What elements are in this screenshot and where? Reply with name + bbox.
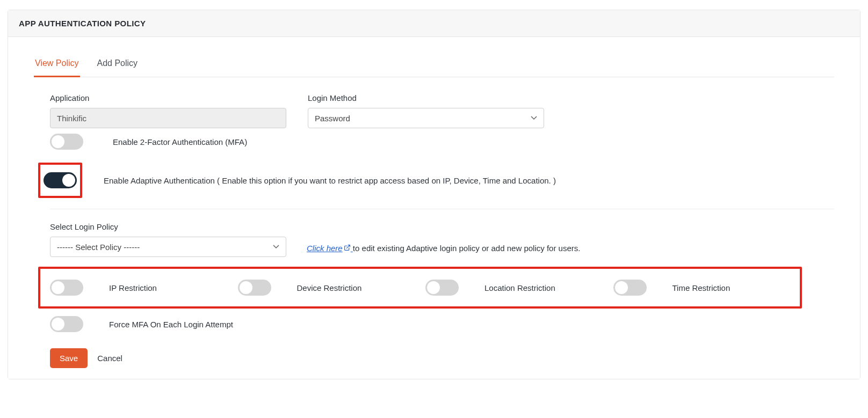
- ip-restriction-label: IP Restriction: [109, 283, 157, 292]
- application-label: Application: [50, 93, 286, 102]
- select-policy-label: Select Login Policy: [50, 222, 286, 231]
- tab-add-policy[interactable]: Add Policy: [96, 53, 139, 77]
- mfa-toggle[interactable]: [50, 134, 83, 150]
- force-mfa-label: Force MFA On Each Login Attempt: [109, 320, 233, 329]
- adaptive-label: Enable Adaptive Authentication ( Enable …: [104, 176, 556, 185]
- panel-title: APP AUTHENTICATION POLICY: [8, 10, 860, 37]
- application-group: Application: [50, 93, 286, 128]
- auth-policy-panel: APP AUTHENTICATION POLICY View Policy Ad…: [8, 10, 860, 379]
- force-mfa-row: Force MFA On Each Login Attempt: [50, 316, 834, 332]
- ip-restriction-item: IP Restriction: [45, 280, 233, 296]
- mfa-row: Enable 2-Factor Authentication (MFA): [50, 134, 834, 150]
- login-method-label: Login Method: [308, 93, 544, 102]
- toggle-knob-icon: [427, 281, 440, 294]
- location-restriction-toggle[interactable]: [425, 280, 459, 296]
- toggle-knob-icon: [240, 281, 252, 294]
- select-policy-select[interactable]: ------ Select Policy ------: [50, 237, 286, 257]
- restrictions-highlight: IP Restriction Device Restriction Locati…: [38, 267, 802, 309]
- click-here-suffix: to edit existing Adaptive login policy o…: [353, 244, 581, 253]
- app-login-row: Application Login Method Password: [50, 93, 834, 128]
- click-here-text: Click here: [307, 244, 343, 253]
- external-link-icon: [344, 244, 351, 253]
- mfa-label: Enable 2-Factor Authentication (MFA): [113, 137, 247, 146]
- toggle-knob-icon: [52, 318, 64, 331]
- application-input: [50, 108, 286, 128]
- device-restriction-label: Device Restriction: [297, 283, 362, 292]
- location-restriction-item: Location Restriction: [420, 280, 608, 296]
- toggle-knob-icon: [52, 135, 64, 148]
- time-restriction-label: Time Restriction: [672, 283, 730, 292]
- location-restriction-label: Location Restriction: [484, 283, 555, 292]
- force-mfa-toggle[interactable]: [50, 316, 83, 332]
- cancel-button[interactable]: Cancel: [97, 354, 122, 363]
- tab-view-policy[interactable]: View Policy: [34, 53, 80, 77]
- toggle-knob-icon: [52, 281, 64, 294]
- login-method-select[interactable]: Password: [308, 108, 544, 128]
- save-button[interactable]: Save: [50, 348, 88, 368]
- toggle-knob-icon: [62, 174, 75, 187]
- ip-restriction-toggle[interactable]: [50, 280, 83, 296]
- time-restriction-toggle[interactable]: [613, 280, 647, 296]
- adaptive-highlight: [38, 163, 82, 198]
- device-restriction-toggle[interactable]: [238, 280, 271, 296]
- toggle-knob-icon: [615, 281, 628, 294]
- tabs: View Policy Add Policy: [34, 53, 834, 77]
- policy-link-text: Click here to edit existing Adaptive log…: [307, 244, 580, 257]
- actions-row: Save Cancel: [50, 348, 834, 368]
- click-here-link[interactable]: Click here: [307, 244, 353, 253]
- adaptive-row: Enable Adaptive Authentication ( Enable …: [38, 163, 834, 198]
- login-method-group: Login Method Password: [308, 93, 544, 128]
- form-section: Application Login Method Password Enable…: [34, 93, 834, 368]
- device-restriction-item: Device Restriction: [233, 280, 421, 296]
- time-restriction-item: Time Restriction: [608, 280, 796, 296]
- panel-body: View Policy Add Policy Application Login…: [8, 37, 860, 379]
- adaptive-toggle[interactable]: [44, 172, 77, 188]
- divider: [50, 209, 834, 209]
- select-policy-group: Select Login Policy ------ Select Policy…: [50, 222, 286, 257]
- svg-line-0: [346, 245, 350, 248]
- policy-select-row: Select Login Policy ------ Select Policy…: [50, 222, 834, 257]
